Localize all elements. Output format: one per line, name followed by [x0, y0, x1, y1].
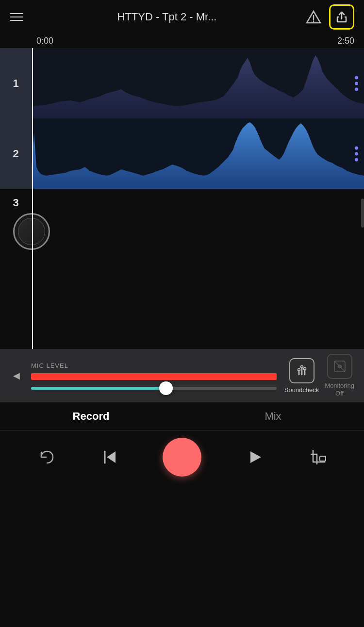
soundcheck-label: Soundcheck — [284, 386, 319, 394]
mic-slider-fill — [31, 387, 166, 390]
timeline-end: 2:50 — [337, 36, 354, 46]
tab-mix[interactable]: Mix — [182, 402, 364, 430]
scroll-indicator — [361, 198, 364, 228]
track-content-2[interactable] — [32, 118, 364, 189]
header-actions — [305, 4, 354, 30]
svg-line-12 — [334, 361, 345, 372]
mic-level-bar — [31, 373, 277, 380]
track-label-2: 2 — [0, 118, 32, 189]
track-content-1[interactable] — [32, 48, 364, 118]
waveform-area[interactable]: 1 2 — [0, 48, 364, 349]
play-icon — [244, 446, 265, 468]
transport — [0, 430, 364, 484]
mic-slider-thumb[interactable] — [159, 381, 173, 395]
track-1-options[interactable] — [355, 76, 358, 91]
mic-slider[interactable] — [31, 387, 277, 390]
track-content-3[interactable] — [32, 189, 364, 264]
mic-level-label: MIC LEVEL — [31, 362, 277, 369]
play-button[interactable] — [244, 446, 265, 468]
record-button[interactable] — [163, 438, 201, 477]
monitoring-button[interactable]: MonitoringOff — [325, 354, 354, 397]
svg-point-2 — [313, 20, 314, 22]
menu-button[interactable] — [10, 7, 29, 27]
timeline-start: 0:00 — [36, 36, 53, 46]
alert-icon[interactable] — [305, 8, 322, 26]
timeline-header: 0:00 2:50 — [0, 34, 364, 48]
svg-rect-17 — [320, 456, 326, 461]
track-3-area: 3 — [0, 189, 364, 264]
mic-right-buttons: Soundcheck MonitoringOff — [284, 354, 354, 397]
track-2-options[interactable] — [355, 146, 358, 161]
knob-inner — [18, 218, 45, 245]
svg-point-9 — [300, 365, 303, 368]
svg-point-8 — [298, 368, 300, 371]
monitoring-label: MonitoringOff — [325, 382, 354, 397]
track-row: 1 — [0, 48, 364, 118]
crop-button[interactable] — [307, 446, 329, 468]
soundcheck-button[interactable]: Soundcheck — [284, 358, 319, 394]
tab-record[interactable]: Record — [0, 402, 182, 430]
undo-button[interactable] — [35, 446, 57, 468]
header: HTTYD - Tpt 2 - Mr... — [0, 0, 364, 34]
level-knob[interactable] — [13, 213, 50, 250]
crop-icon — [307, 446, 329, 468]
mic-panel: ◀ MIC LEVEL Soundcheck — [0, 349, 364, 402]
tab-bar: Record Mix — [0, 402, 364, 430]
skip-back-icon — [99, 446, 120, 468]
monitoring-icon — [327, 354, 352, 379]
svg-marker-16 — [250, 451, 261, 463]
share-button[interactable] — [329, 4, 354, 30]
track-label-1: 1 — [0, 48, 32, 118]
soundcheck-icon — [289, 358, 314, 383]
svg-marker-15 — [107, 451, 116, 463]
svg-marker-4 — [32, 122, 364, 189]
undo-icon — [35, 446, 57, 468]
playhead[interactable] — [32, 48, 33, 349]
skip-back-button[interactable] — [99, 446, 120, 468]
mic-collapse-arrow[interactable]: ◀ — [10, 369, 23, 382]
svg-marker-3 — [32, 55, 364, 118]
track-row: 2 — [0, 118, 364, 189]
svg-point-10 — [303, 367, 306, 370]
page-title: HTTYD - Tpt 2 - Mr... — [29, 11, 305, 23]
mic-controls: MIC LEVEL — [31, 362, 277, 390]
